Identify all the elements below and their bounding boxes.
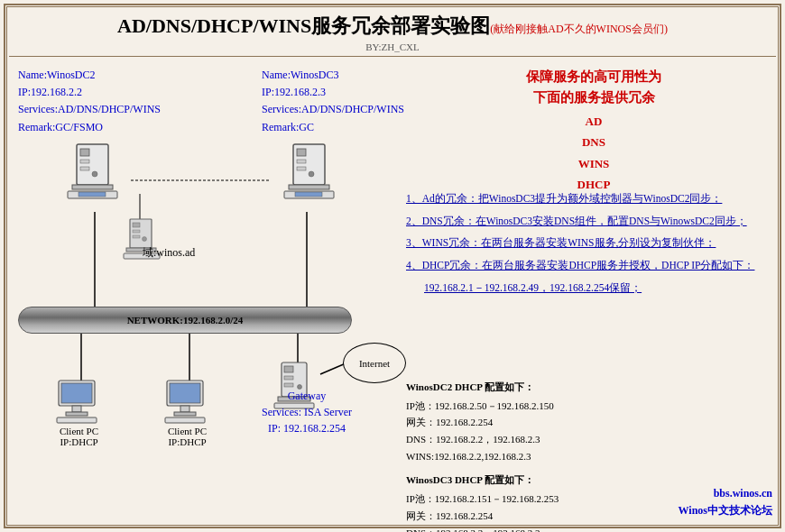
title-subtitle: (献给刚接触AD不久的WINOS会员们)	[490, 23, 668, 35]
svg-rect-18	[297, 160, 306, 163]
client1-ip: IP:DHCP	[54, 436, 104, 447]
gateway-services: Services: ISA Server	[262, 404, 352, 420]
service-ad: AD	[415, 111, 772, 132]
service-list: AD DNS WINS DHCP	[415, 111, 772, 196]
domain-label: 域:winos.ad	[143, 245, 195, 261]
title-underline	[9, 56, 776, 57]
svg-point-12	[92, 171, 97, 177]
dc2-info: Name:WinosDC2 IP:192.168.2.2 Services:AD…	[18, 67, 161, 136]
bottom-link: bbs.winos.cn Winos中文技术论坛	[679, 485, 772, 519]
dhcp-dc2-dns: DNS：192.168.2.2，192.168.2.3	[406, 431, 772, 448]
bottom-link-1: bbs.winos.cn	[679, 485, 772, 502]
svg-rect-15	[78, 192, 106, 197]
redundancy-title: 保障服务的高可用性为 下面的服务提供冗余	[415, 67, 772, 107]
dc2-server-icon	[59, 140, 131, 212]
dc3-name: Name:WinosDC3	[262, 67, 404, 84]
dc2-remark: Remark:GC/FSMO	[18, 119, 161, 136]
dc3-remark: Remark:GC	[262, 119, 404, 136]
svg-rect-37	[170, 383, 200, 403]
svg-rect-42	[284, 366, 293, 372]
svg-rect-33	[72, 406, 81, 412]
client1-label: Client PC	[54, 426, 104, 436]
dc2-ip: IP:192.168.2.2	[18, 84, 161, 101]
svg-rect-39	[174, 412, 196, 416]
byline: BY:ZH_CXL	[0, 41, 785, 52]
dhcp-dc2-gateway: 网关：192.168.2.254	[406, 414, 772, 431]
gateway-label: Gateway	[262, 388, 352, 404]
client2-label: Client PC	[162, 426, 212, 436]
dhcp-dc3-dns: DNS：192.168.2.3，192.168.2.2	[406, 525, 772, 533]
client-pc-2: Client PC IP:DHCP	[162, 379, 212, 447]
svg-rect-43	[284, 376, 293, 380]
dc3-ip: IP:192.168.2.3	[262, 84, 404, 101]
svg-point-28	[143, 237, 147, 242]
svg-rect-25	[133, 223, 140, 227]
svg-rect-9	[80, 149, 89, 156]
svg-rect-26	[133, 230, 140, 233]
svg-rect-40	[165, 417, 205, 423]
svg-rect-17	[297, 149, 306, 156]
svg-rect-34	[66, 412, 88, 416]
service-dns: DNS	[415, 132, 772, 152]
svg-rect-13	[72, 185, 113, 189]
svg-point-20	[309, 171, 314, 177]
client2-ip: IP:DHCP	[162, 436, 212, 447]
svg-rect-32	[61, 383, 92, 403]
client-pc-1: Client PC IP:DHCP	[54, 379, 104, 447]
redundancy-title1: 保障服务的高可用性为	[415, 67, 772, 87]
dhcp-dc2-title: WinosDC2 DHCP 配置如下：	[406, 379, 772, 396]
main-title: AD/DNS/DHCP/WINS服务冗余部署实验图(献给刚接触AD不久的WINO…	[0, 13, 785, 40]
note-1: 1、Ad的冗余：把WinosDC3提升为额外域控制器与WinosDC2同步；	[406, 189, 772, 208]
redundancy-title2: 下面的服务提供冗余	[415, 87, 772, 108]
notes-section: 1、Ad的冗余：把WinosDC3提升为额外域控制器与WinosDC2同步； 2…	[406, 189, 772, 304]
bottom-link-2: Winos中文技术论坛	[679, 502, 772, 519]
svg-rect-23	[295, 192, 322, 197]
title-text: AD/DNS/DHCP/WINS服务冗余部署实验图	[117, 14, 490, 37]
domain-text: 域:winos.ad	[143, 246, 195, 259]
dc3-server-icon	[275, 140, 347, 212]
network-tube: NETWORK:192.168.2.0/24	[18, 307, 352, 334]
svg-rect-11	[80, 167, 89, 170]
service-wins: WINS	[415, 153, 772, 174]
note-4: 4、DHCP冗余：在两台服务器安装DHCP服务并授权，DHCP IP分配如下：	[406, 256, 772, 275]
dc3-services: Services:AD/DNS/DHCP/WINS	[262, 101, 404, 118]
dc2-name: Name:WinosDC2	[18, 67, 161, 84]
network-label: NETWORK:192.168.2.0/24	[127, 315, 244, 326]
svg-rect-38	[180, 406, 189, 412]
svg-rect-21	[289, 185, 329, 189]
note-2: 2、DNS冗余：在WinosDC3安装DNS组件，配置DNS与WinowsDC2…	[406, 212, 772, 231]
dc3-info: Name:WinosDC3 IP:192.168.2.3 Services:AD…	[262, 67, 404, 136]
note-4-detail: 192.168.2.1－192.168.2.49，192.168.2.254保留…	[406, 279, 772, 298]
dc2-services: Services:AD/DNS/DHCP/WINS	[18, 101, 161, 118]
note-3: 3、WINS冗余：在两台服务器安装WINS服务,分别设为复制伙伴；	[406, 234, 772, 252]
gateway-info: Gateway Services: ISA Server IP: 192.168…	[262, 388, 352, 436]
svg-rect-19	[297, 167, 306, 170]
internet-label: Internet	[359, 358, 390, 369]
svg-rect-44	[284, 383, 293, 387]
redundancy-panel: 保障服务的高可用性为 下面的服务提供冗余 AD DNS WINS DHCP	[415, 67, 772, 196]
dhcp-dc2-wins: WINS:192.168.2.2,192.168.2.3	[406, 448, 772, 465]
svg-rect-27	[133, 235, 140, 238]
svg-rect-10	[80, 160, 89, 163]
dhcp-dc2-pool: IP池：192.168.2.50－192.168.2.150	[406, 398, 772, 415]
gateway-ip: IP: 192.168.2.254	[262, 420, 352, 436]
title-area: AD/DNS/DHCP/WINS服务冗余部署实验图(献给刚接触AD不久的WINO…	[0, 13, 785, 52]
internet-cloud: Internet	[343, 343, 406, 383]
svg-rect-35	[57, 417, 97, 423]
